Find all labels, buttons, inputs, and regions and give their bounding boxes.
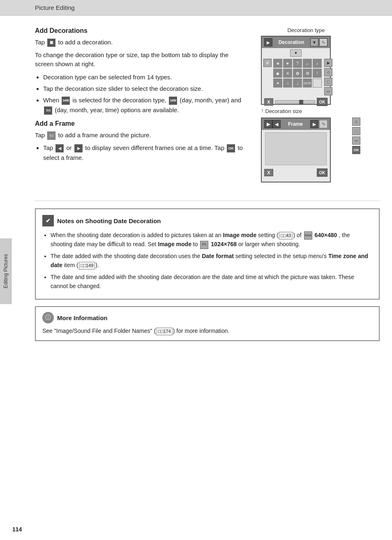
grid-icon-4: ⌕ — [303, 59, 312, 68]
intro-tap-text: Tap — [35, 39, 45, 46]
grid-icon-3: ? — [293, 59, 302, 68]
sd-b1-bold3: Image mode — [158, 241, 191, 247]
sd-b2-bold1: Date format — [202, 253, 234, 259]
bullet3-end: (day, month, year, time) options are ava… — [55, 106, 179, 113]
frame-bottom-row: X OK — [262, 167, 330, 178]
deco-x-btn: X — [264, 98, 273, 106]
sd-b1-mid2: ) of — [293, 232, 301, 238]
frame-ok-btn: OK — [317, 168, 327, 177]
sd-b2-end: ). — [95, 262, 99, 268]
main-content: Add Decorations Tap ▦ to add a decoratio… — [0, 16, 392, 192]
add-decoration-icon: ▦ — [47, 39, 55, 47]
grid-icon-6: ◆ — [273, 69, 282, 78]
deco-screen: ▶ Decoration ▼ ✎ ▼ ⊕ ★ ♥ — [261, 36, 331, 105]
deco-size-label: Decoration size — [265, 108, 302, 114]
ok-inline-icon: OK — [227, 144, 235, 152]
more-info-end: ) for more information. — [173, 328, 230, 334]
frame-bullet-tap: Tap — [43, 144, 53, 151]
add-decorations-to-change: To change the decoration type or size, t… — [35, 51, 249, 69]
grid-icon-1: ★ — [273, 59, 282, 68]
deco-icon-grid: ★ ♥ ? ⌕ ♪ ◆ ✕ ✿ ⚙ ! ✦ ☆ ♩ DATE — [273, 59, 322, 95]
deco-dropdown-row: ▼ — [262, 48, 330, 58]
frame-suffix: to add a frame around the picture. — [58, 132, 151, 138]
grid-icon-14: DATE — [303, 78, 312, 88]
deco-slider-row: X OK — [262, 96, 330, 108]
deco-ok-btn: OK — [317, 98, 327, 106]
header-bar: Picture Editing — [0, 0, 392, 16]
sd-b2-mid: setting selected in the setup menu's — [235, 253, 327, 259]
frame-right-3: ▭ — [352, 136, 360, 145]
more-info-icon: ⓘ — [42, 312, 54, 323]
date-icon-2: DATE — [169, 97, 177, 105]
shooting-date-bullet2: The date added with the shooting date de… — [51, 252, 372, 270]
add-decorations-intro: Tap ▦ to add a decoration. — [35, 38, 249, 47]
left-arrow-icon: ◀ — [55, 144, 64, 152]
frame-pencil-icon: ✎ — [319, 120, 327, 128]
grid-icon-2: ♥ — [283, 59, 292, 68]
text-column: Add Decorations Tap ▦ to add a decoratio… — [35, 27, 249, 184]
sd-b1-bold1: Image mode — [223, 232, 257, 238]
add-decorations-section: Add Decorations Tap ▦ to add a decoratio… — [35, 27, 249, 115]
add-frame-intro: Tap ▭ to add a frame around the picture. — [35, 131, 249, 140]
shooting-date-bullets: When the shooting date decoration is add… — [51, 231, 372, 291]
deco-top-bar: ▶ Decoration ▼ ✎ — [262, 37, 330, 48]
diagram-column: Decoration type ▶ Decoration ▼ ✎ ▼ ⊕ — [261, 27, 351, 184]
sd-pc-icon: PC — [200, 241, 208, 249]
frame-bullet-or: or — [67, 144, 72, 151]
frame-play-icon: ▶ — [264, 120, 272, 128]
add-decorations-title: Add Decorations — [35, 27, 249, 35]
notes-section: ✔ Notes on Shooting Date Decoration When… — [35, 201, 380, 341]
deco-left-icons: ⊕ — [263, 59, 272, 95]
deco-pencil-icon: ✎ — [319, 38, 327, 46]
frame-top-bar: ▶ ◀ Frame ▶ ✎ — [262, 118, 330, 130]
frame-screen: ▶ ◀ Frame ▶ ✎ X OK — [261, 118, 331, 182]
more-info-text: See "Image/Sound File and Folder Names" … — [42, 327, 372, 335]
grid-icon-10: ! — [313, 69, 322, 78]
sd-b1-bold4: 1024×768 — [211, 241, 237, 247]
side-tab-label: Editing Pictures — [3, 254, 9, 288]
sd-b1-bold2: 640×480 — [314, 232, 337, 238]
side-tab: Editing Pictures — [0, 238, 12, 304]
intro-suffix-text: to add a decoration. — [58, 39, 113, 46]
add-frame-title: Add a Frame — [35, 120, 249, 127]
shooting-date-note: ✔ Notes on Shooting Date Decoration When… — [35, 208, 380, 300]
grid-icon-13: ♩ — [293, 78, 302, 88]
frame-right-1: ◇ — [352, 118, 360, 126]
frame-right-icons: ◇ ⬚ ▭ OK — [352, 118, 360, 154]
frame-right-2: ⬚ — [352, 127, 360, 135]
frame-screen-title: Frame — [281, 121, 310, 127]
frame-prev-icon: ◀ — [272, 120, 281, 128]
grid-icon-12: ☆ — [283, 78, 292, 88]
grid-icon-5: ♪ — [313, 59, 322, 68]
grid-icon-7: ✕ — [283, 69, 292, 78]
more-info-ref: □□ 174 — [156, 328, 173, 335]
deco-slider-track — [275, 100, 315, 104]
frame-right-4: OK — [352, 146, 360, 154]
page-number: 114 — [12, 526, 22, 533]
sd-b1-end2: to — [193, 241, 198, 247]
deco-type-label: Decoration type — [261, 27, 351, 33]
more-info-header: ⓘ More Information — [42, 312, 372, 323]
bullet-item-3: When DATE is selected for the decoration… — [43, 95, 249, 115]
shooting-date-title: Notes on Shooting Date Decoration — [57, 217, 161, 224]
sd-b2-end-pre: item ( — [64, 262, 78, 268]
add-frame-bullets: Tap ◀ or ▶ to display seven different fr… — [43, 143, 249, 163]
note-checkmark-icon: ✔ — [42, 215, 54, 226]
bullet3-mid1: is selected for the decoration type, — [73, 97, 166, 104]
frame-next-icon: ▶ — [310, 120, 318, 128]
date-icon-3: D◷ — [44, 106, 52, 115]
deco-icon-area: ⊕ ★ ♥ ? ⌕ ♪ ◆ ✕ ✿ ⚙ ! ✦ ☆ — [262, 58, 330, 96]
deco-close-icon: ▼ — [310, 38, 318, 46]
deco-slider-thumb — [299, 100, 303, 105]
date-icon-1: DATE — [62, 97, 70, 105]
deco-screen-title: Decoration — [272, 39, 310, 45]
frame-icon: ▭ — [47, 132, 55, 140]
grid-icon-9: ⚙ — [303, 69, 312, 78]
bullet-item-2: Tap the decoration size slider to select… — [43, 84, 249, 94]
sd-vga-icon: VGA — [304, 231, 312, 240]
right-arrow-icon: ▶ — [74, 144, 83, 152]
bullet-item-1: Decoration type can be selected from 14 … — [43, 72, 249, 82]
deco-dropdown-btn: ▼ — [290, 49, 302, 57]
sd-ref1: □□ 43 — [279, 232, 293, 240]
deco-diagram-wrapper: ▶ Decoration ▼ ✎ ▼ ⊕ ★ ♥ — [261, 36, 351, 114]
